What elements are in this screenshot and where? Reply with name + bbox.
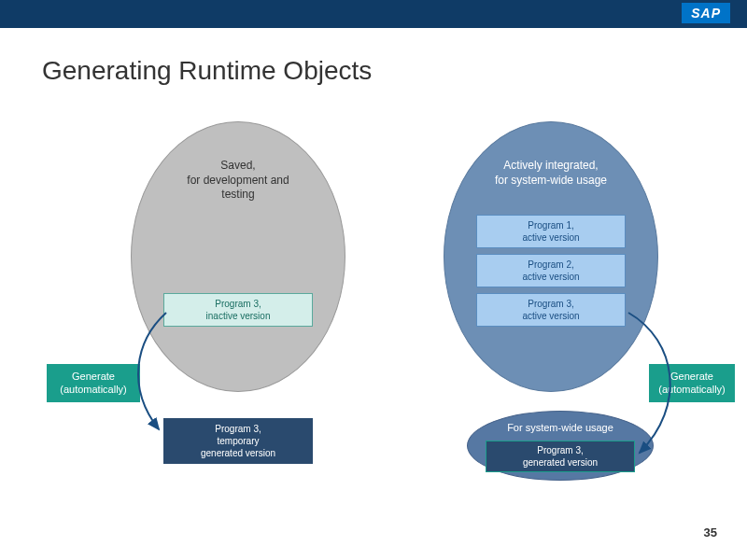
text: for system-wide usage <box>495 174 607 187</box>
text: active version <box>522 272 579 282</box>
ellipse-saved-caption: Saved, for development and testing <box>131 159 345 203</box>
arrow-right <box>621 313 696 462</box>
text: Program 1, <box>528 220 573 231</box>
text: for development and <box>187 174 289 187</box>
ellipse-active-caption: Actively integrated, for system-wide usa… <box>444 159 658 188</box>
box-program3-generated: Program 3, generated version <box>486 441 635 472</box>
text: Program 3, <box>215 299 261 309</box>
text: testing <box>221 188 254 201</box>
arrow-left <box>121 313 177 443</box>
text: Program 3, <box>528 299 573 309</box>
box-program2-active: Program 2, active version <box>476 254 626 287</box>
text: active version <box>522 232 579 243</box>
text: generated version <box>523 457 598 468</box>
header-bar: SAP <box>0 0 747 28</box>
sap-logo: SAP <box>682 3 730 23</box>
text: Program 3, <box>537 445 583 455</box>
text: Program 2, <box>528 259 573 270</box>
box-program1-active: Program 1, active version <box>476 215 626 248</box>
text: inactive version <box>206 311 271 321</box>
slide-title: Generating Runtime Objects <box>42 56 372 86</box>
text: generated version <box>201 448 275 458</box>
text: temporary <box>217 436 259 446</box>
box-program3-temporary: Program 3, temporary generated version <box>163 418 313 464</box>
text: (automatically) <box>60 384 127 395</box>
page-number: 35 <box>704 525 717 539</box>
text: active version <box>522 311 579 321</box>
box-program3-inactive: Program 3, inactive version <box>163 293 313 327</box>
box-program3-active: Program 3, active version <box>476 293 626 327</box>
text: Generate <box>72 371 115 382</box>
text: Program 3, <box>215 424 261 434</box>
text: Saved, <box>220 159 255 172</box>
text: Actively integrated, <box>503 159 598 172</box>
